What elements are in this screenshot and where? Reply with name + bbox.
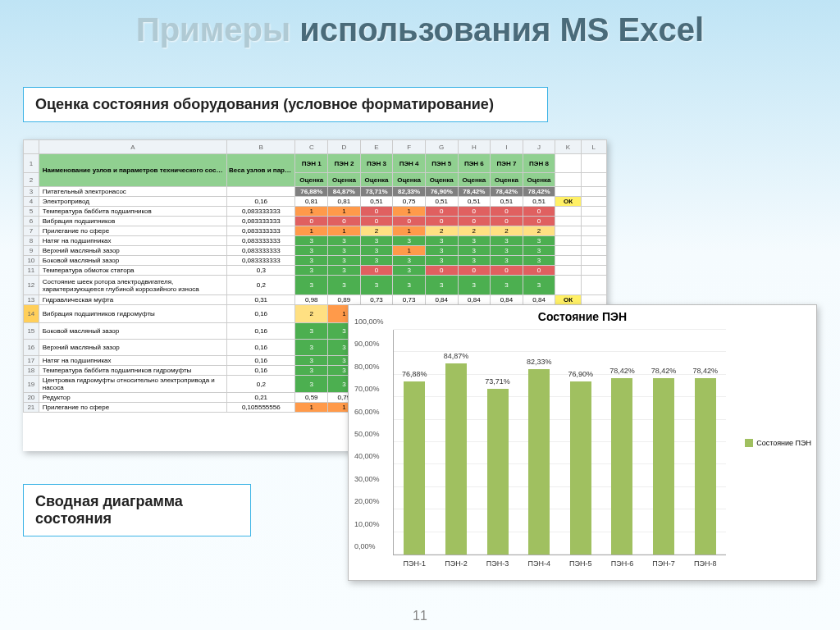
- bar-chart: Состояние ПЭН 0,00%10,00%20,00%30,00%40,…: [348, 304, 817, 581]
- legend-swatch: [745, 439, 753, 447]
- chart-title: Состояние ПЭН: [349, 305, 816, 325]
- page-number: 11: [413, 609, 427, 623]
- slide-title: Примеры использования MS Excel: [0, 0, 840, 55]
- card-summary-chart: Сводная диаграмма состояния: [23, 484, 251, 536]
- chart-legend: Состояние ПЭН: [745, 439, 811, 447]
- card-conditional-formatting: Оценка состояния оборудования (условное …: [23, 87, 548, 122]
